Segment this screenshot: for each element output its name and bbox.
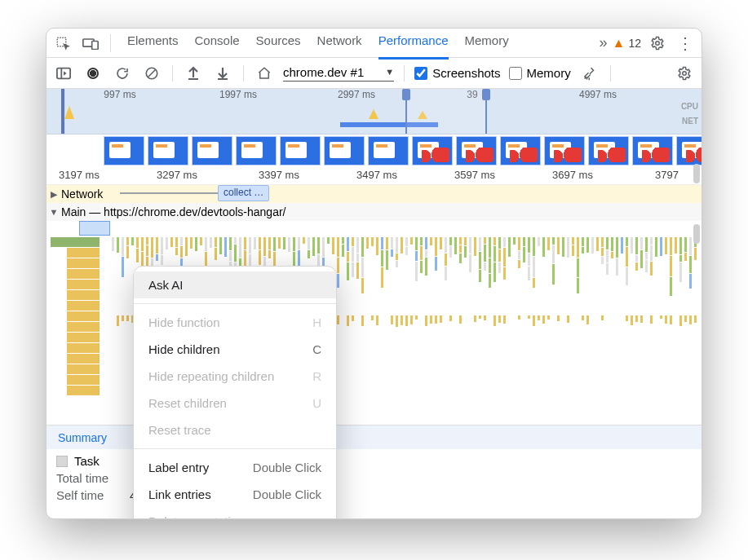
screenshot-thumb[interactable] xyxy=(368,136,409,165)
screenshot-thumb[interactable] xyxy=(588,136,629,165)
flame-column[interactable] xyxy=(401,237,403,425)
scrollbar-thumb[interactable] xyxy=(693,224,700,244)
flame-column[interactable] xyxy=(557,237,560,425)
home-icon[interactable] xyxy=(254,63,275,84)
flame-column[interactable] xyxy=(366,237,369,425)
memory-checkbox[interactable]: Memory xyxy=(509,66,571,80)
flame-column[interactable] xyxy=(494,237,496,425)
flame-column[interactable] xyxy=(489,237,491,425)
kebab-menu-icon[interactable]: ⋮ xyxy=(674,32,697,55)
flame-column[interactable] xyxy=(440,237,442,425)
flame-column[interactable] xyxy=(356,237,359,425)
flame-column[interactable] xyxy=(435,237,437,425)
network-request-bar[interactable] xyxy=(120,192,234,194)
flame-column[interactable] xyxy=(445,237,447,425)
flame-column[interactable] xyxy=(376,237,378,425)
selected-task-block[interactable] xyxy=(79,221,110,236)
tab-elements[interactable]: Elements xyxy=(127,33,179,52)
flame-column[interactable] xyxy=(660,237,662,425)
flame-column[interactable] xyxy=(601,237,604,425)
screenshot-thumb[interactable] xyxy=(280,136,321,165)
flame-column[interactable] xyxy=(552,237,555,425)
flame-column[interactable] xyxy=(396,237,398,425)
flame-column[interactable] xyxy=(596,237,599,425)
flame-column[interactable] xyxy=(665,237,667,425)
screenshot-thumb[interactable] xyxy=(104,136,144,165)
screenshot-thumb[interactable] xyxy=(148,136,188,165)
flame-column[interactable] xyxy=(650,237,653,425)
flame-column[interactable] xyxy=(112,237,114,425)
screenshot-thumb[interactable] xyxy=(676,136,702,165)
flame-column[interactable] xyxy=(381,237,383,425)
screenshot-thumb[interactable] xyxy=(632,136,673,165)
screenshot-thumb[interactable] xyxy=(500,136,541,165)
flame-column[interactable] xyxy=(479,237,481,425)
record-button[interactable] xyxy=(82,63,104,84)
viewport-handle-left[interactable] xyxy=(402,89,410,100)
ctx-ask-ai[interactable]: Ask AI xyxy=(134,271,336,298)
flame-column[interactable] xyxy=(391,237,393,425)
flame-column[interactable] xyxy=(347,237,349,425)
flame-column[interactable] xyxy=(626,237,628,425)
flame-column[interactable] xyxy=(616,237,618,425)
flame-column[interactable] xyxy=(621,237,623,425)
timeline-overview[interactable]: 997 ms 1997 ms 2997 ms 39 4997 ms CPU NE… xyxy=(46,89,702,134)
flame-column[interactable] xyxy=(542,237,545,425)
flame-column[interactable] xyxy=(459,237,462,425)
flame-column[interactable] xyxy=(518,237,520,425)
flame-column[interactable] xyxy=(631,237,633,425)
gc-broom-icon[interactable] xyxy=(579,63,600,84)
flame-column[interactable] xyxy=(567,237,569,425)
flame-column[interactable] xyxy=(352,237,354,425)
collapse-caret-icon[interactable]: ▼ xyxy=(46,207,61,217)
flame-column[interactable] xyxy=(405,237,408,425)
tab-network[interactable]: Network xyxy=(317,33,362,52)
ctx-label-entry[interactable]: Label entry Double Click xyxy=(134,454,336,481)
ctx-link-entries[interactable]: Link entries Double Click xyxy=(134,481,336,508)
flame-column[interactable] xyxy=(126,237,129,425)
toggle-sidebar-icon[interactable] xyxy=(53,63,74,84)
flame-column[interactable] xyxy=(464,237,467,425)
network-track-header[interactable]: ▶ Network collect … xyxy=(46,185,702,203)
flame-column[interactable] xyxy=(547,237,550,425)
flame-column[interactable] xyxy=(645,237,648,425)
flame-column[interactable] xyxy=(371,237,374,425)
tab-console[interactable]: Console xyxy=(195,33,240,52)
clear-icon[interactable] xyxy=(141,63,162,84)
flame-column[interactable] xyxy=(430,237,432,425)
time-ruler[interactable]: 3197 ms 3297 ms 3397 ms 3497 ms 3597 ms … xyxy=(46,167,702,185)
device-toolbar-icon[interactable] xyxy=(79,32,102,55)
flame-column[interactable] xyxy=(342,237,344,425)
main-track-header[interactable]: ▼ Main — https://chrome.dev/devtools-han… xyxy=(46,203,702,221)
inspect-element-icon[interactable] xyxy=(51,32,74,55)
flame-column[interactable] xyxy=(694,237,697,425)
flame-column[interactable] xyxy=(675,237,677,425)
flame-column[interactable] xyxy=(684,237,687,425)
viewport-handle-right[interactable] xyxy=(482,89,490,100)
flame-column[interactable] xyxy=(469,237,471,425)
call-stack[interactable] xyxy=(67,237,100,396)
warnings-badge[interactable]: ▲ 12 xyxy=(613,36,641,51)
flame-column[interactable] xyxy=(577,237,579,425)
screenshot-thumb[interactable] xyxy=(456,136,497,165)
flame-column[interactable] xyxy=(655,237,657,425)
flame-column[interactable] xyxy=(513,237,516,425)
tab-memory[interactable]: Memory xyxy=(465,33,509,52)
screenshot-thumb[interactable] xyxy=(412,136,453,165)
flame-column[interactable] xyxy=(679,237,682,425)
flame-column[interactable] xyxy=(410,237,413,425)
flame-column[interactable] xyxy=(582,237,584,425)
tab-sources[interactable]: Sources xyxy=(256,33,301,52)
screenshot-thumb[interactable] xyxy=(192,136,232,165)
screenshots-checkbox[interactable]: Screenshots xyxy=(414,66,500,80)
flame-column[interactable] xyxy=(523,237,525,425)
overview-viewport[interactable] xyxy=(405,89,487,134)
flame-column[interactable] xyxy=(361,237,364,425)
screenshot-thumb[interactable] xyxy=(324,136,365,165)
flame-column[interactable] xyxy=(337,237,339,425)
flame-column[interactable] xyxy=(425,237,427,425)
flame-column[interactable] xyxy=(498,237,501,425)
flame-column[interactable] xyxy=(503,237,506,425)
flame-column[interactable] xyxy=(533,237,535,425)
flame-column[interactable] xyxy=(562,237,564,425)
